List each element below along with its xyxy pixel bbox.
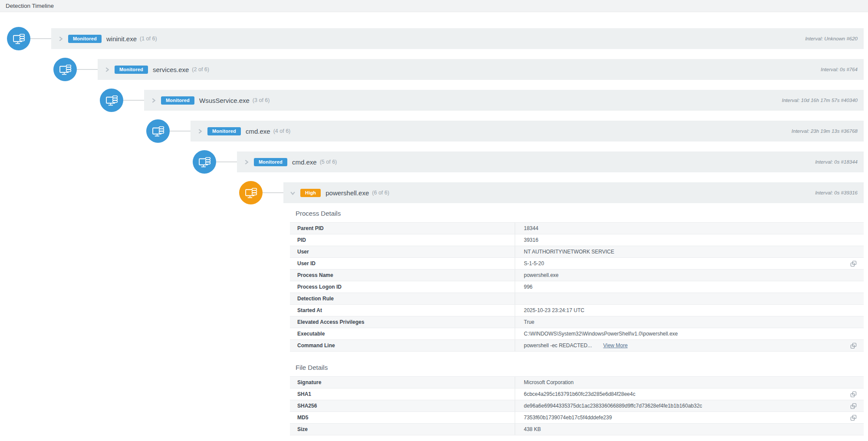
chevron-right-icon[interactable] [57, 36, 63, 42]
field-label: Detection Rule [290, 293, 515, 304]
process-count: (6 of 6) [372, 190, 389, 196]
field-value: de96a6e69944335375dc1ac238336066889d9ffc… [524, 403, 702, 409]
detection-detail-panel: Process Details Parent PID 18344 PID 393… [283, 203, 864, 435]
field-label: SHA1 [290, 388, 515, 400]
field-label: Size [290, 424, 515, 435]
chevron-right-icon[interactable] [150, 97, 156, 103]
field-label: Process Name [290, 270, 515, 281]
chevron-right-icon[interactable] [104, 66, 110, 72]
monitor-icon [198, 155, 211, 169]
field-value: 7353f60b1739074eb17c5f4dddefe239 [524, 415, 612, 421]
timeline-row[interactable]: Monitored wininit.exe (1 of 6) Interval:… [51, 28, 864, 49]
process-count: (2 of 6) [192, 66, 209, 72]
interval-label: Interval: 0s #764 [821, 67, 858, 72]
field-value: 6cbce4a295c163791b60fc23d285e6d84f28ee4c [524, 391, 635, 397]
timeline-row[interactable]: Monitored cmd.exe (5 of 6) Interval: 0s … [237, 151, 864, 172]
host-process-icon [146, 119, 170, 143]
monitor-icon [105, 94, 118, 107]
field-label: Command Line [290, 340, 515, 351]
process-name: wininit.exe [106, 35, 137, 43]
copy-icon[interactable] [850, 415, 857, 421]
process-name: cmd.exe [246, 128, 270, 135]
field-value: Microsoft Corporation [524, 379, 574, 385]
table-row: Signature Microsoft Corporation [290, 377, 864, 388]
severity-badge: Monitored [68, 35, 102, 43]
monitor-icon [151, 125, 165, 138]
process-count: (3 of 6) [253, 97, 270, 103]
table-row: User NT AUTHORITY\NETWORK SERVICE [290, 246, 864, 258]
table-row: Detection Rule [290, 293, 864, 305]
severity-badge: High [300, 189, 321, 197]
severity-badge: Monitored [115, 66, 148, 74]
monitor-icon [12, 32, 26, 46]
table-row: Command Line powershell -ec REDACTED... … [290, 340, 864, 352]
timeline-row[interactable]: Monitored cmd.exe (4 of 6) Interval: 23h… [191, 121, 864, 142]
field-label: Elevated Access Privileges [290, 316, 515, 328]
field-label: SHA256 [290, 400, 515, 411]
copy-icon[interactable] [850, 391, 857, 398]
severity-badge: Monitored [207, 127, 241, 135]
table-row: Executable C:\WINDOWS\System32\WindowsPo… [290, 328, 864, 340]
field-value: powershell -ec REDACTED... [524, 342, 592, 349]
table-row: Parent PID 18344 [290, 223, 864, 234]
timeline-row[interactable]: Monitored WsusService.exe (3 of 6) Inter… [144, 90, 864, 111]
file-details-table: Signature Microsoft Corporation SHA1 6cb… [290, 376, 864, 435]
field-label: User [290, 246, 515, 257]
field-label: MD5 [290, 412, 515, 423]
process-name: services.exe [153, 66, 189, 73]
timeline-row[interactable]: Monitored services.exe (2 of 6) Interval… [98, 59, 864, 80]
field-value: True [524, 319, 534, 325]
field-label: Started At [290, 305, 515, 316]
chevron-down-icon[interactable] [289, 190, 296, 196]
process-details-title: Process Details [296, 210, 864, 217]
process-name: powershell.exe [326, 189, 369, 197]
table-row: MD5 7353f60b1739074eb17c5f4dddefe239 [290, 412, 864, 424]
table-row: SHA256 de96a6e69944335375dc1ac2383360668… [290, 400, 864, 412]
field-label: Parent PID [290, 223, 515, 234]
monitor-icon [244, 186, 258, 200]
table-row: Started At 2025-10-23 23:24:17 UTC [290, 305, 864, 316]
field-label: Signature [290, 377, 515, 388]
table-row: User ID S-1-5-20 [290, 258, 864, 270]
copy-icon[interactable] [850, 403, 857, 409]
view-more-link[interactable]: View More [603, 342, 628, 349]
detection-timeline: Detection Timeline Monitored wininit.exe… [0, 0, 868, 441]
copy-icon[interactable] [850, 260, 857, 267]
host-process-icon [193, 150, 216, 174]
table-row: Process Logon ID 996 [290, 281, 864, 293]
chevron-right-icon[interactable] [197, 128, 203, 134]
field-label: Process Logon ID [290, 281, 515, 293]
field-value: 438 KB [524, 426, 541, 432]
field-value: 18344 [524, 225, 538, 231]
field-value: C:\WINDOWS\System32\WindowsPowerShell\v1… [524, 331, 678, 337]
interval-label: Interval: 23h 19m 13s #36768 [792, 128, 858, 134]
severity-badge: Monitored [254, 158, 287, 166]
host-process-icon [7, 27, 30, 50]
copy-icon[interactable] [850, 342, 857, 349]
field-label: User ID [290, 258, 515, 269]
field-value: 996 [524, 284, 533, 290]
process-name: cmd.exe [292, 158, 317, 166]
field-value: 2025-10-23 23:24:17 UTC [524, 307, 584, 313]
process-count: (4 of 6) [273, 128, 291, 134]
file-details-title: File Details [296, 364, 864, 371]
process-details-table: Parent PID 18344 PID 39316 User NT AUTHO… [290, 222, 864, 352]
chevron-right-icon[interactable] [243, 159, 249, 165]
table-row: Size 438 KB [290, 424, 864, 435]
table-row: Elevated Access Privileges True [290, 316, 864, 328]
process-name: WsusService.exe [199, 97, 250, 104]
field-value: NT AUTHORITY\NETWORK SERVICE [524, 249, 614, 255]
host-process-icon [53, 58, 77, 81]
process-count: (1 of 6) [140, 36, 157, 42]
host-process-icon [100, 89, 123, 112]
field-value: S-1-5-20 [524, 260, 544, 267]
table-row: Process Name powershell.exe [290, 270, 864, 281]
monitor-icon [59, 63, 72, 76]
timeline-row[interactable]: High powershell.exe (6 of 6) Interval: 0… [283, 182, 864, 203]
interval-label: Interval: 0s #18344 [815, 159, 858, 165]
field-value: 39316 [524, 237, 538, 243]
host-process-icon [239, 181, 263, 204]
interval-label: Interval: Unknown #620 [805, 36, 858, 41]
field-label: PID [290, 234, 515, 246]
interval-label: Interval: 0s #39316 [815, 190, 858, 195]
